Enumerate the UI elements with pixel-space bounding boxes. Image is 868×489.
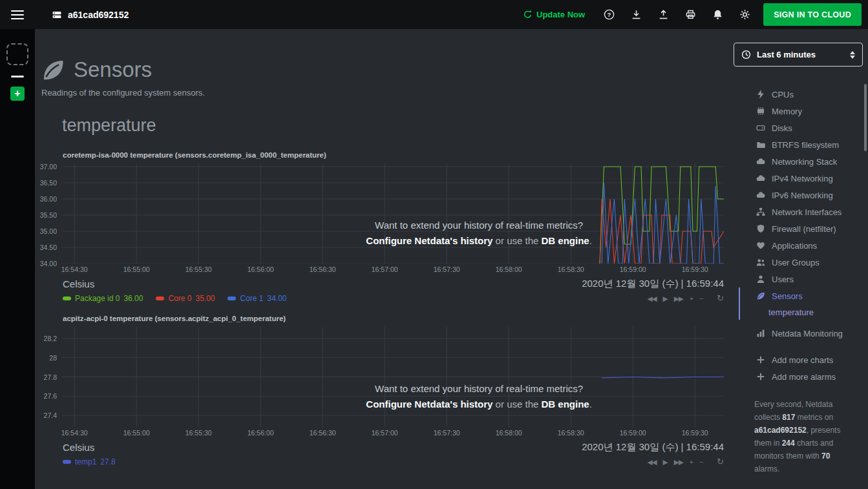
sidebar-item-label: Network Interfaces [772,207,842,217]
svg-text:?: ? [607,11,611,18]
legend-value: 34.00 [268,294,287,303]
play-button[interactable]: ▶ [663,458,668,466]
zoom-out-button[interactable]: − [699,458,703,466]
chevron-up-down-icon [850,51,855,59]
chart-units: Celsius [63,442,94,453]
sidebar-item-ipv4-networking[interactable]: IPv4 Networking [739,170,868,187]
x-tick-label: 16:58:00 [496,265,522,273]
sidebar-item-network-interfaces[interactable]: Network Interfaces [739,203,868,220]
top-bar: a61cad692152 Update Now ? SIGN IN TO CLO… [0,0,868,29]
x-axis-labels: 16:54:3016:55:0016:55:3016:56:0016:56:30… [62,427,724,437]
topbar-icon-group: ? [595,0,758,29]
sidebar-item-netdata-monitoring[interactable]: Netdata Monitoring [739,325,868,342]
sidebar-item-label: Netdata Monitoring [772,329,843,338]
legend-color-swatch [156,297,164,300]
y-tick-label: 28 [49,354,57,362]
skip-back-button[interactable]: ◀◀ [647,295,656,302]
legend-color-swatch [63,460,71,464]
sidebar-item-label: Add more charts [772,355,833,365]
reset-zoom-button[interactable]: ↻ [717,457,724,466]
sidebar-item-btrfs-filesystem[interactable]: BTRFS filesystem [739,136,868,153]
sidebar-item-memory[interactable]: Memory [739,103,868,120]
gear-icon[interactable] [731,0,758,29]
legend-value: 35.00 [195,294,215,303]
sidebar-item-user-groups[interactable]: User Groups [739,254,868,271]
scrollbar[interactable] [864,84,867,151]
x-tick-label: 16:55:30 [185,265,212,273]
time-range-picker[interactable]: Last 6 minutes [734,43,863,67]
sidebar-item-sensors[interactable]: Sensors [739,287,868,304]
legend-item[interactable]: Core 0 35.00 [156,294,215,303]
chart-canvas[interactable] [62,163,724,264]
sidebar-item-label: IPv4 Networking [772,174,833,183]
print-icon[interactable] [677,0,704,29]
x-tick-label: 16:55:30 [185,429,212,437]
chart-plot-area[interactable]: Want to extend your history of real-time… [62,163,724,264]
play-button[interactable]: ▶ [663,295,668,302]
legend-label: Package id 0 [75,294,120,303]
add-button[interactable]: + [10,87,25,101]
legend-value: 27.8 [100,457,115,466]
x-tick-label: 16:54:30 [61,429,88,437]
reset-zoom-button[interactable]: ↻ [717,293,724,303]
users-icon [756,258,765,267]
sidebar-item-label: Networking Stack [772,157,837,167]
sidebar-item-networking-stack[interactable]: Networking Stack [739,153,868,170]
time-range-label: Last 6 minutes [757,50,816,59]
hamburger-menu-icon[interactable] [0,10,35,19]
legend-value: 36.00 [123,294,143,303]
rail-divider [11,76,24,78]
y-tick-label: 36.00 [40,195,57,203]
skip-forward-button[interactable]: ▶▶ [674,295,683,302]
chart-title: acpitz-acpi-0 temperature (sensors.acpit… [63,315,724,322]
chart-legend: temp1 27.8 [63,457,116,466]
x-tick-label: 16:58:30 [558,429,584,437]
download-icon[interactable] [622,0,650,29]
update-now-button[interactable]: Update Now [523,10,585,19]
skip-forward-button[interactable]: ▶▶ [674,458,683,466]
sidebar-item-add-more-charts[interactable]: Add more charts [739,351,868,368]
chart-canvas[interactable] [62,327,724,427]
x-axis-labels: 16:54:3016:55:0016:55:3016:56:0016:56:30… [62,264,724,273]
chart-title: coretemp-isa-0000 temperature (sensors.c… [63,151,724,159]
sidebar-item-applications[interactable]: Applications [739,237,868,254]
chart-plot-area[interactable]: Want to extend your history of real-time… [62,327,724,427]
sidebar-item-disks[interactable]: Disks [739,120,868,136]
sidebar-item-cpus[interactable]: CPUs [739,86,868,103]
zoom-in-button[interactable]: + [690,295,693,302]
sidebar-item-temperature[interactable]: temperature [739,304,868,320]
x-tick-label: 16:56:30 [310,265,336,273]
legend-item[interactable]: temp1 27.8 [63,457,116,466]
legend-color-swatch [228,297,236,300]
bell-icon[interactable] [704,0,731,29]
plus-icon [756,372,765,381]
area-selection-button[interactable] [6,43,28,65]
chart-legend: Package id 0 36.00 Core 0 35.00 Core 1 3… [63,294,287,303]
sidebar-item-label: Memory [772,107,802,116]
x-tick-label: 16:58:00 [496,429,522,437]
refresh-icon [523,10,533,19]
y-tick-label: 27.4 [44,411,57,419]
y-tick-label: 35.50 [40,211,57,219]
chart-icon [756,329,765,338]
x-tick-label: 16:59:00 [620,265,646,273]
help-icon[interactable]: ? [595,0,622,29]
sign-in-to-cloud-button[interactable]: SIGN IN TO CLOUD [763,3,862,26]
sidebar-item-add-more-alarms[interactable]: Add more alarms [739,368,868,385]
legend-item[interactable]: Core 1 34.00 [228,294,286,303]
plus-icon [756,355,765,364]
sidebar-item-users[interactable]: Users [739,271,868,287]
chart-acpitz: acpitz-acpi-0 temperature (sensors.acpit… [35,315,724,466]
leaf-icon [756,291,765,300]
x-tick-label: 16:56:00 [248,429,274,437]
x-tick-label: 16:58:30 [558,265,584,273]
upload-icon[interactable] [650,0,677,29]
skip-back-button[interactable]: ◀◀ [647,458,656,466]
zoom-in-button[interactable]: + [690,458,693,466]
legend-item[interactable]: Package id 0 36.00 [63,294,143,303]
sidebar-item-ipv6-networking[interactable]: IPv6 Networking [739,187,868,203]
sidebar-item-firewall-netfilter-[interactable]: Firewall (netfilter) [739,220,868,237]
zoom-out-button[interactable]: − [699,295,703,302]
legend-label: temp1 [75,457,96,466]
sidebar-item-label: Users [772,275,794,284]
